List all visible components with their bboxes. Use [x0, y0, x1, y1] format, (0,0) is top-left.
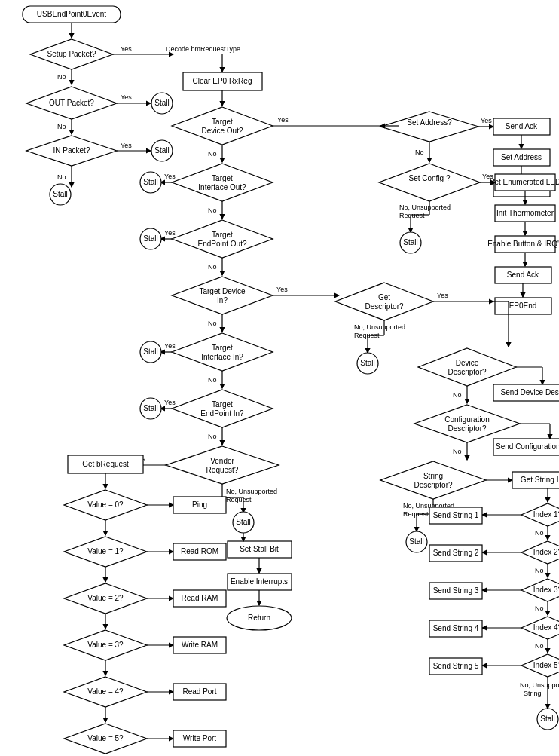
svg-text:Yes: Yes	[164, 173, 176, 180]
svg-text:Target: Target	[212, 118, 233, 126]
svg-text:IN Packet?: IN Packet?	[53, 146, 90, 155]
set-address-node	[380, 112, 478, 142]
svg-text:Decode bmRequestType: Decode bmRequestType	[166, 45, 240, 53]
svg-text:Yes: Yes	[121, 45, 132, 53]
svg-text:Stall: Stall	[403, 238, 417, 246]
svg-text:Index 1?: Index 1?	[533, 510, 559, 519]
svg-text:No: No	[535, 567, 544, 574]
svg-text:Set Enumerated LED: Set Enumerated LED	[490, 178, 559, 186]
svg-text:Get: Get	[378, 293, 390, 301]
svg-text:Send String 3: Send String 3	[433, 586, 479, 595]
set-config-node	[379, 164, 480, 201]
svg-text:OUT Packet?: OUT Packet?	[49, 99, 94, 107]
svg-text:Yes: Yes	[481, 117, 492, 124]
svg-text:Get bRequest: Get bRequest	[82, 460, 129, 468]
start-label: USBEndPoint0Event	[37, 10, 107, 18]
svg-text:Stall: Stall	[143, 234, 157, 243]
svg-text:Enable Button & IRQ's: Enable Button & IRQ's	[487, 240, 559, 248]
svg-text:No: No	[535, 604, 544, 612]
svg-text:Return: Return	[248, 614, 270, 622]
svg-text:Get String Index: Get String Index	[521, 476, 559, 484]
svg-text:Set Stall Bit: Set Stall Bit	[240, 545, 279, 553]
svg-text:Value = 3?: Value = 3?	[87, 641, 124, 649]
svg-text:Descriptor?: Descriptor?	[414, 481, 453, 489]
svg-text:Send String 4: Send String 4	[433, 624, 479, 632]
svg-text:Target Device: Target Device	[199, 287, 246, 295]
svg-text:Stall: Stall	[360, 359, 374, 367]
svg-text:Request?: Request?	[206, 466, 239, 474]
svg-text:String: String	[423, 472, 443, 480]
svg-text:Setup Packet?: Setup Packet?	[47, 50, 96, 58]
svg-text:Stall: Stall	[143, 404, 157, 412]
svg-text:Stall: Stall	[154, 146, 169, 155]
svg-text:No: No	[208, 150, 217, 158]
svg-text:Ping: Ping	[192, 500, 207, 509]
svg-text:Stall: Stall	[540, 715, 554, 723]
svg-text:Yes: Yes	[276, 286, 288, 293]
svg-text:Stall: Stall	[143, 347, 157, 356]
svg-text:Send Configuration Descriptor: Send Configuration Descriptor	[496, 442, 559, 451]
svg-text:Yes: Yes	[164, 342, 176, 350]
svg-text:Read RAM: Read RAM	[182, 594, 218, 602]
svg-text:Request: Request	[226, 496, 252, 503]
svg-text:Device Out?: Device Out?	[201, 127, 243, 135]
svg-text:Request: Request	[399, 212, 425, 219]
svg-text:Write RAM: Write RAM	[182, 641, 218, 649]
svg-text:Target: Target	[212, 231, 233, 239]
svg-text:No, Unsupported: No, Unsupported	[226, 488, 277, 495]
svg-text:No: No	[208, 376, 217, 384]
svg-text:Send Device Descriptor: Send Device Descriptor	[500, 388, 559, 396]
svg-text:Value = 2?: Value = 2?	[87, 594, 124, 602]
svg-text:Stall: Stall	[236, 518, 250, 526]
svg-text:No: No	[453, 391, 462, 399]
svg-text:Yes: Yes	[164, 399, 176, 406]
svg-text:No, Unsupported: No, Unsupported	[399, 204, 451, 211]
svg-text:Configuration: Configuration	[444, 415, 489, 424]
svg-text:Send String 2: Send String 2	[433, 549, 479, 557]
svg-text:No: No	[57, 123, 66, 130]
svg-text:Index 5?: Index 5?	[533, 661, 559, 669]
svg-text:Descriptor?: Descriptor?	[448, 424, 487, 433]
svg-text:No: No	[57, 173, 66, 181]
svg-text:Interface Out?: Interface Out?	[198, 183, 246, 191]
svg-text:Set Address: Set Address	[501, 153, 542, 161]
svg-text:No: No	[453, 448, 462, 455]
svg-text:Clear EP0 RxReg: Clear EP0 RxReg	[193, 77, 252, 85]
svg-text:Send String 5: Send String 5	[433, 662, 479, 670]
svg-text:No: No	[208, 263, 217, 271]
svg-text:Target: Target	[212, 400, 233, 409]
svg-text:Yes: Yes	[277, 116, 289, 124]
svg-text:No: No	[208, 207, 217, 214]
svg-text:Descriptor?: Descriptor?	[448, 368, 487, 376]
svg-text:Read Port: Read Port	[182, 687, 216, 696]
flowchart-svg: USBEndPoint0Event Setup Packet? Yes Deco…	[0, 0, 559, 756]
svg-text:No: No	[415, 148, 424, 156]
svg-text:Index 4?: Index 4?	[533, 623, 559, 632]
svg-text:Stall: Stall	[53, 190, 67, 198]
svg-text:Stall: Stall	[154, 99, 169, 107]
svg-text:Read ROM: Read ROM	[181, 547, 218, 556]
svg-text:Init Thermometer: Init Thermometer	[496, 209, 554, 217]
svg-text:No, Unsupported: No, Unsupported	[520, 681, 559, 689]
svg-text:No: No	[535, 642, 544, 650]
svg-text:String: String	[524, 690, 542, 697]
svg-text:Set Address?: Set Address?	[407, 118, 452, 127]
svg-text:Value = 5?: Value = 5?	[87, 734, 124, 742]
svg-text:No: No	[535, 529, 544, 537]
svg-text:No, Unsupported: No, Unsupported	[354, 323, 405, 331]
svg-text:Send Ack: Send Ack	[506, 122, 538, 130]
svg-text:Enable Interrupts: Enable Interrupts	[231, 577, 288, 586]
svg-text:Yes: Yes	[437, 292, 448, 299]
svg-text:Yes: Yes	[121, 142, 132, 149]
svg-text:Device: Device	[456, 359, 479, 367]
svg-text:In?: In?	[217, 296, 228, 305]
svg-text:Yes: Yes	[121, 93, 132, 101]
svg-text:Stall: Stall	[143, 178, 157, 186]
svg-text:Target: Target	[212, 174, 233, 182]
svg-text:Yes: Yes	[164, 229, 176, 237]
svg-text:Value = 0?: Value = 0?	[87, 500, 124, 509]
svg-text:No: No	[208, 433, 217, 440]
svg-text:Set Config ?: Set Config ?	[408, 174, 450, 182]
svg-text:Send String 1: Send String 1	[433, 511, 479, 519]
svg-text:Value = 4?: Value = 4?	[87, 687, 124, 696]
